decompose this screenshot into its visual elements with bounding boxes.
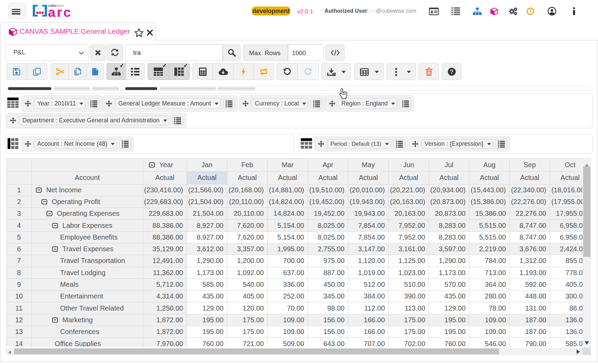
svg-text:?: ? (450, 69, 454, 74)
